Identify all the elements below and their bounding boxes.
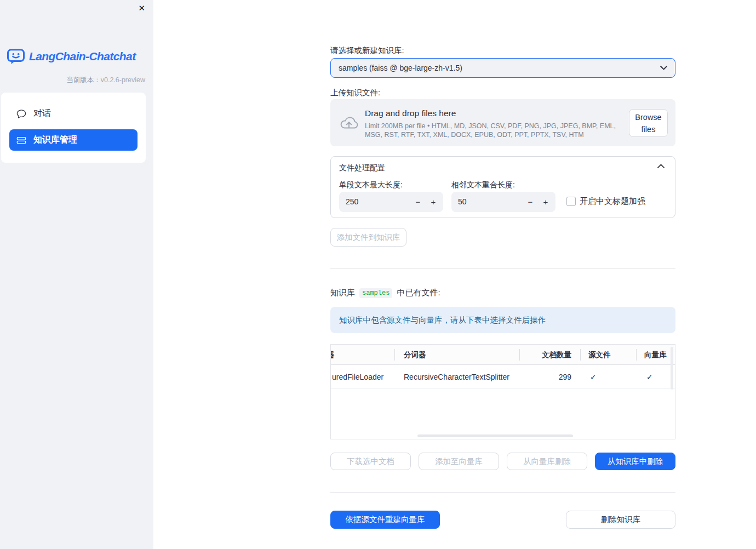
horizontal-scrollbar[interactable] xyxy=(417,434,573,437)
kb-files-table: 器 分词器 文档数量 源文件 向量库 uredFileLoader Recurs… xyxy=(330,344,675,439)
overlap-value: 50 xyxy=(458,192,467,212)
info-banner-text: 知识库中包含源文件与向量库，请从下表中选择文件后操作 xyxy=(339,315,546,325)
chunk-size-label: 单段文本最大长度: xyxy=(339,180,403,190)
vertical-scrollbar[interactable] xyxy=(671,347,673,390)
step-down-button[interactable]: − xyxy=(410,192,426,212)
cell-doc-count: 299 xyxy=(519,365,571,388)
list-stack-icon xyxy=(16,135,26,145)
browse-files-button[interactable]: Browse files xyxy=(629,109,668,137)
chunk-size-value: 250 xyxy=(346,192,358,212)
add-files-to-kb-button[interactable]: 添加文件到知识库 xyxy=(330,228,406,247)
sidebar-menu: 对话 知识库管理 xyxy=(1,93,146,163)
col-header-splitter: 分词器 xyxy=(404,345,426,365)
column-separator xyxy=(580,349,581,361)
delete-kb-button[interactable]: 删除知识库 xyxy=(566,511,675,529)
kb-select-label: 请选择或新建知识库: xyxy=(330,45,404,56)
step-up-button[interactable]: + xyxy=(426,192,441,212)
rebuild-vector-store-button[interactable]: 依据源文件重建向量库 xyxy=(330,511,440,529)
sidebar-item-label: 对话 xyxy=(33,108,51,119)
col-header-loader: 器 xyxy=(331,345,335,365)
kb-select[interactable]: samples (faiss @ bge-large-zh-v1.5) xyxy=(330,58,675,78)
version-info: 当前版本：v0.2.6-preview xyxy=(66,76,145,85)
step-down-button[interactable]: − xyxy=(523,192,538,212)
sidebar-item-label: 知识库管理 xyxy=(33,134,77,146)
chunk-size-input[interactable]: 250 − + xyxy=(339,192,443,212)
delete-from-vector-store-button[interactable]: 从向量库删除 xyxy=(507,453,587,470)
upload-label: 上传知识文件: xyxy=(330,88,380,98)
version-label: 当前版本： xyxy=(66,76,101,84)
delete-from-kb-button[interactable]: 从知识库中删除 xyxy=(595,453,675,470)
col-header-vector-store: 向量库 xyxy=(644,345,667,365)
overlap-label: 相邻文本重合长度: xyxy=(451,180,515,190)
dropzone-limit-text: Limit 200MB per file • HTML, MD, JSON, C… xyxy=(365,122,627,139)
cell-source-file-check: ✓ xyxy=(590,365,597,388)
kb-files-prefix: 知识库 xyxy=(330,288,355,298)
file-actions-row: 下载选中文档 添加至向量库 从向量库删除 从知识库中删除 xyxy=(330,453,675,470)
kb-name-code: samples xyxy=(359,288,392,298)
table-header-row: 器 分词器 文档数量 源文件 向量库 xyxy=(331,345,675,365)
version-value: v0.2.6-preview xyxy=(101,76,145,84)
cell-loader: uredFileLoader xyxy=(332,365,383,388)
add-to-vector-store-button[interactable]: 添加至向量库 xyxy=(419,453,499,470)
kb-select-value: samples (faiss @ bge-large-zh-v1.5) xyxy=(339,64,660,72)
step-up-button[interactable]: + xyxy=(538,192,553,212)
divider xyxy=(330,268,675,269)
overlap-input[interactable]: 50 − + xyxy=(451,192,555,212)
column-separator xyxy=(636,349,637,361)
file-dropzone[interactable]: Drag and drop files here Limit 200MB per… xyxy=(330,99,675,146)
chat-smiley-logo-icon xyxy=(7,48,25,65)
zh-title-enhance-checkbox[interactable] xyxy=(566,197,576,206)
cell-vector-store-check: ✓ xyxy=(646,365,653,388)
col-header-doc-count: 文档数量 xyxy=(519,345,571,365)
chevron-up-icon[interactable] xyxy=(657,164,665,168)
download-selected-button[interactable]: 下载选中文档 xyxy=(330,453,411,470)
logo: LangChain-Chatchat xyxy=(7,48,136,65)
col-header-source-file: 源文件 xyxy=(588,345,611,365)
table-row[interactable]: uredFileLoader RecursiveCharacterTextSpl… xyxy=(331,365,675,388)
zh-title-enhance-label[interactable]: 开启中文标题加强 xyxy=(580,196,645,207)
app-root: ✕ LangChain-Chatchat 当前版本：v0.2.6-preview xyxy=(0,0,756,549)
kb-files-heading: 知识库 samples 中已有文件: xyxy=(330,288,440,298)
chevron-down-icon xyxy=(660,66,667,70)
sidebar-item-knowledge-base[interactable]: 知识库管理 xyxy=(9,129,138,151)
dropzone-title: Drag and drop files here xyxy=(365,108,456,118)
cloud-upload-icon xyxy=(340,116,358,130)
sidebar: ✕ LangChain-Chatchat 当前版本：v0.2.6-preview xyxy=(0,0,153,549)
divider xyxy=(330,492,675,493)
file-config-expander: 文件处理配置 单段文本最大长度: 相邻文本重合长度: 250 − + 50 − … xyxy=(330,156,675,218)
info-banner: 知识库中包含源文件与向量库，请从下表中选择文件后操作 xyxy=(330,307,675,333)
main-content: 请选择或新建知识库: samples (faiss @ bge-large-zh… xyxy=(330,0,675,549)
kb-files-suffix: 中已有文件: xyxy=(397,288,440,298)
sidebar-close-icon[interactable]: ✕ xyxy=(138,4,145,12)
chat-bubble-icon xyxy=(16,109,26,119)
cell-splitter: RecursiveCharacterTextSplitter xyxy=(404,365,509,388)
sidebar-item-dialogue[interactable]: 对话 xyxy=(9,103,138,124)
logo-text: LangChain-Chatchat xyxy=(29,50,136,63)
column-separator xyxy=(394,349,395,361)
expander-title[interactable]: 文件处理配置 xyxy=(339,163,385,173)
